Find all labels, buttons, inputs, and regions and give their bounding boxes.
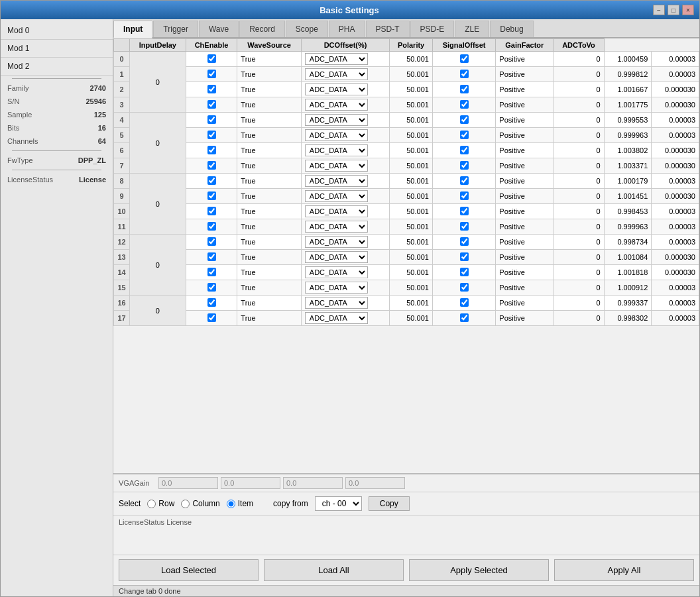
wave-source-select[interactable]: ADC_DATA [305, 190, 368, 202]
wave-source-cell[interactable]: ADC_DATA [301, 250, 389, 265]
close-button[interactable]: × [682, 5, 694, 15]
ch-enable-cell[interactable] [186, 158, 237, 174]
sidebar-item-mod0[interactable]: Mod 0 [1, 22, 113, 40]
ch-enable-checkbox[interactable] [207, 207, 216, 215]
polarity-checkbox-cell[interactable] [432, 265, 495, 280]
wave-source-cell[interactable]: ADC_DATA [301, 265, 389, 280]
wave-source-select[interactable]: ADC_DATA [305, 205, 368, 217]
wave-source-select[interactable]: ADC_DATA [305, 160, 368, 172]
wave-source-select[interactable]: ADC_DATA [305, 114, 368, 126]
polarity-checkbox[interactable] [460, 207, 469, 215]
wave-source-select[interactable]: ADC_DATA [305, 175, 368, 187]
row-radio-label[interactable]: Row [147, 499, 174, 508]
polarity-checkbox[interactable] [460, 100, 469, 109]
polarity-checkbox[interactable] [460, 283, 469, 292]
polarity-checkbox-cell[interactable] [432, 113, 495, 128]
wave-source-cell[interactable]: ADC_DATA [301, 280, 389, 296]
ch-enable-checkbox[interactable] [207, 161, 216, 170]
wave-source-cell[interactable]: ADC_DATA [301, 97, 389, 113]
polarity-checkbox[interactable] [460, 146, 469, 154]
wave-source-cell[interactable]: ADC_DATA [301, 158, 389, 174]
restore-button[interactable]: □ [668, 5, 679, 15]
ch-enable-cell[interactable] [186, 128, 237, 143]
ch-enable-checkbox[interactable] [207, 131, 216, 139]
ch-enable-cell[interactable] [186, 280, 237, 296]
tab-record[interactable]: Record [239, 21, 285, 37]
copy-from-select[interactable]: ch - 00 ch - 01 ch - 02 ch - 03 [315, 496, 362, 511]
polarity-checkbox[interactable] [460, 252, 469, 261]
polarity-checkbox-cell[interactable] [432, 174, 495, 189]
polarity-checkbox-cell[interactable] [432, 158, 495, 174]
tab-trigger[interactable]: Trigger [153, 21, 198, 37]
ch-enable-checkbox[interactable] [207, 298, 216, 307]
polarity-checkbox-cell[interactable] [432, 97, 495, 113]
ch-enable-cell[interactable] [186, 52, 237, 67]
ch-enable-checkbox[interactable] [207, 268, 216, 276]
ch-enable-checkbox[interactable] [207, 115, 216, 124]
tab-psd-t[interactable]: PSD-T [366, 21, 410, 37]
wave-source-select[interactable]: ADC_DATA [305, 144, 368, 156]
wave-source-cell[interactable]: ADC_DATA [301, 143, 389, 158]
polarity-checkbox[interactable] [460, 54, 469, 63]
vga-input-2[interactable] [283, 477, 343, 489]
ch-enable-cell[interactable] [186, 204, 237, 219]
tab-wave[interactable]: Wave [199, 21, 239, 37]
wave-source-cell[interactable]: ADC_DATA [301, 311, 389, 326]
polarity-checkbox[interactable] [460, 131, 469, 139]
ch-enable-cell[interactable] [186, 265, 237, 280]
wave-source-select[interactable]: ADC_DATA [305, 53, 368, 65]
sidebar-item-mod1[interactable]: Mod 1 [1, 40, 113, 58]
polarity-checkbox-cell[interactable] [432, 280, 495, 296]
wave-source-cell[interactable]: ADC_DATA [301, 296, 389, 311]
polarity-checkbox-cell[interactable] [432, 128, 495, 143]
wave-source-cell[interactable]: ADC_DATA [301, 52, 389, 67]
polarity-checkbox[interactable] [460, 268, 469, 276]
polarity-checkbox[interactable] [460, 222, 469, 231]
vga-input-0[interactable] [158, 477, 218, 489]
wave-source-select[interactable]: ADC_DATA [305, 251, 368, 263]
wave-source-select[interactable]: ADC_DATA [305, 266, 368, 278]
ch-enable-checkbox[interactable] [207, 70, 216, 78]
polarity-checkbox[interactable] [460, 176, 469, 185]
ch-enable-checkbox[interactable] [207, 176, 216, 185]
polarity-checkbox[interactable] [460, 161, 469, 170]
wave-source-cell[interactable]: ADC_DATA [301, 189, 389, 204]
wave-source-select[interactable]: ADC_DATA [305, 99, 368, 111]
tab-psd-e[interactable]: PSD-E [410, 21, 455, 37]
polarity-checkbox[interactable] [460, 115, 469, 124]
wave-source-select[interactable]: ADC_DATA [305, 297, 368, 309]
polarity-checkbox[interactable] [460, 298, 469, 307]
polarity-checkbox-cell[interactable] [432, 296, 495, 311]
ch-enable-cell[interactable] [186, 219, 237, 235]
tab-zle[interactable]: ZLE [455, 21, 489, 37]
polarity-checkbox[interactable] [460, 85, 469, 93]
sidebar-item-mod2[interactable]: Mod 2 [1, 58, 113, 76]
column-radio-label[interactable]: Column [181, 499, 219, 508]
wave-source-cell[interactable]: ADC_DATA [301, 219, 389, 235]
polarity-checkbox-cell[interactable] [432, 204, 495, 219]
polarity-checkbox[interactable] [460, 237, 469, 246]
wave-source-cell[interactable]: ADC_DATA [301, 82, 389, 97]
copy-button[interactable]: Copy [369, 496, 410, 511]
polarity-checkbox[interactable] [460, 70, 469, 78]
minimize-button[interactable]: − [653, 5, 665, 15]
ch-enable-checkbox[interactable] [207, 222, 216, 231]
load-all-button[interactable]: Load All [264, 559, 404, 581]
wave-source-cell[interactable]: ADC_DATA [301, 67, 389, 82]
load-selected-button[interactable]: Load Selected [119, 559, 259, 581]
ch-enable-checkbox[interactable] [207, 100, 216, 109]
ch-enable-cell[interactable] [186, 97, 237, 113]
tab-pha[interactable]: PHA [329, 21, 365, 37]
polarity-checkbox[interactable] [460, 191, 469, 200]
ch-enable-checkbox[interactable] [207, 85, 216, 93]
wave-source-select[interactable]: ADC_DATA [305, 282, 368, 294]
polarity-checkbox-cell[interactable] [432, 67, 495, 82]
ch-enable-checkbox[interactable] [207, 313, 216, 322]
ch-enable-cell[interactable] [186, 174, 237, 189]
polarity-checkbox-cell[interactable] [432, 52, 495, 67]
ch-enable-cell[interactable] [186, 311, 237, 326]
wave-source-select[interactable]: ADC_DATA [305, 221, 368, 233]
polarity-checkbox[interactable] [460, 313, 469, 322]
tab-input[interactable]: Input [113, 21, 152, 38]
wave-source-select[interactable]: ADC_DATA [305, 129, 368, 141]
